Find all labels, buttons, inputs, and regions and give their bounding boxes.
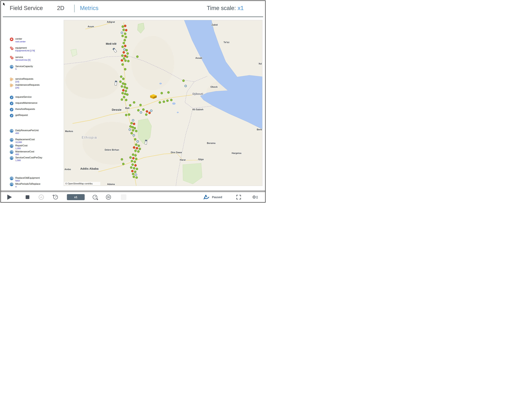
equipment-marker-g[interactable] [120,81,122,83]
sidebar-item-ServiceCrewCostPerDay[interactable]: ServiceCrewCostPerDay1,500 [10,156,42,162]
run-fast-button[interactable] [105,194,111,200]
sidebar-item-ReplacementCost[interactable]: ReplacementCost10,000 [10,138,35,144]
equipment-marker-g[interactable] [170,99,172,101]
equipment-marker-g[interactable] [124,83,126,85]
equipment-marker-g[interactable] [126,87,128,89]
fullscreen-button[interactable] [236,195,241,200]
equipment-marker-g[interactable] [137,109,140,111]
equipment-marker-g[interactable] [124,39,126,41]
sidebar-item-getRequest[interactable]: FgetRequest [10,114,28,117]
equipment-marker-g[interactable] [131,132,133,134]
equipment-marker-g[interactable] [136,56,139,58]
run-button[interactable] [7,194,12,200]
sidebar-item-value[interactable]: 1,000 [15,147,28,150]
sidebar-item-value[interactable]: 4 [15,185,40,188]
equipment-marker-g[interactable] [129,125,132,128]
sidebar-item-value[interactable]: 10,000 [15,141,35,144]
equipment-marker-o[interactable] [125,29,127,31]
equipment-marker-g[interactable] [124,86,126,88]
equipment-marker-o[interactable] [146,110,148,113]
equipment-marker-g[interactable] [126,56,128,58]
reset-time-scale-button[interactable]: x1 [38,194,44,200]
sidebar-item-service[interactable]: serviceServiceCrew [5] [10,56,30,61]
equipment-marker-g[interactable] [134,171,136,173]
equipment-marker-g[interactable] [122,163,125,165]
sidebar-item-value[interactable]: 400 [15,132,39,134]
equipment-marker-o[interactable] [124,45,126,47]
equipment-marker-o[interactable] [132,157,135,159]
equipment-marker-g[interactable] [122,83,124,85]
tab-metrics[interactable]: Metrics [80,5,98,11]
equipment-marker-g[interactable] [132,154,134,156]
equipment-marker-g[interactable] [122,46,124,48]
sidebar-item-value[interactable]: 400 [15,153,34,156]
stop-button[interactable] [25,195,30,199]
equipment-marker-g[interactable] [126,94,128,96]
service-crew-truck[interactable] [145,140,147,145]
equipment-marker-g[interactable] [135,150,137,152]
equipment-marker-g[interactable] [126,49,128,51]
equipment-marker-g[interactable] [132,126,134,128]
equipment-marker-o[interactable] [133,123,135,125]
equipment-marker-g[interactable] [163,101,165,103]
equipment-marker-g[interactable] [129,157,132,159]
equipment-marker-g[interactable] [124,68,126,70]
equipment-marker-g[interactable] [136,168,138,170]
equipment-marker-o[interactable] [124,25,126,27]
equipment-marker-g[interactable] [123,42,125,44]
sidebar-item-MtcePeriodsToReplace[interactable]: MtcePeriodsToReplace4 [10,182,40,188]
equipment-marker-g[interactable] [121,55,123,57]
equipment-marker-g[interactable] [124,93,126,95]
equipment-marker-o[interactable] [121,59,123,62]
increase-time-scale-button[interactable] [92,194,98,200]
equipment-marker-g[interactable] [132,129,134,131]
time-scale-value[interactable]: x1 [238,5,244,11]
equipment-marker-g[interactable] [182,80,185,82]
equipment-marker-b[interactable] [123,49,126,51]
equipment-marker-o[interactable] [135,164,137,167]
sidebar-item-value[interactable]: EquipmentUnit [179] [15,49,35,52]
equipment-marker-g[interactable] [138,145,140,147]
equipment-marker-g[interactable] [135,154,137,157]
equipment-marker-g[interactable] [125,90,127,92]
equipment-marker-b[interactable] [185,85,187,87]
equipment-marker-b[interactable] [133,134,135,137]
equipment-marker-g[interactable] [161,92,163,94]
sidebar-item-thereAreRequests[interactable]: FthereAreRequests [10,108,35,111]
equipment-marker-g[interactable] [120,76,122,78]
equipment-marker-g[interactable] [167,91,170,94]
equipment-marker-g[interactable] [124,33,126,35]
equipment-marker-g[interactable] [122,78,125,80]
equipment-marker-g[interactable] [142,109,144,111]
service-crew-truck[interactable] [115,81,117,85]
sidebar-item-maintenanceRequests[interactable]: maintenanceRequests{25} [10,84,39,89]
equipment-marker-g[interactable] [127,52,129,55]
equipment-marker-g[interactable] [125,99,127,101]
sidebar-item-requestService[interactable]: FrequestService [10,95,31,99]
equipment-marker-g[interactable] [145,114,147,116]
equipment-marker-g[interactable] [121,99,123,101]
equipment-marker-g[interactable] [122,64,124,66]
equipment-marker-g[interactable] [134,138,136,140]
settings-button[interactable]: ⚙ [252,195,258,200]
equipment-marker-g[interactable] [125,36,127,38]
sidebar-item-value[interactable]: 5 [15,68,33,70]
equipment-marker-g[interactable] [122,26,124,28]
equipment-marker-g[interactable] [133,167,135,169]
equipment-marker-g[interactable] [128,114,130,116]
sidebar-item-value[interactable]: 1,500 [15,159,42,162]
sidebar-item-value[interactable]: {25} [15,87,39,89]
equipment-marker-g[interactable] [121,158,123,160]
sidebar-item-RepairCost[interactable]: RepairCost1,000 [10,144,28,150]
equipment-marker-b[interactable] [132,119,134,122]
equipment-marker-g[interactable] [139,148,141,150]
equipment-marker-o[interactable] [131,170,134,172]
sidebar-item-requestMaintenance[interactable]: FrequestMaintenance [10,102,37,105]
equipment-marker-g[interactable] [134,161,136,163]
equipment-marker-g[interactable] [133,176,135,178]
equipment-marker-g[interactable] [122,35,124,37]
sidebar-item-ServiceCapacity[interactable]: ServiceCapacity5 [10,65,33,70]
sidebar-item-equipment[interactable]: equipmentEquipmentUnit [179] [10,46,35,52]
equipment-marker-g[interactable] [135,130,137,132]
sidebar-item-ReplaceOldEquipment[interactable]: ReplaceOldEquipmentfalse [10,176,40,182]
